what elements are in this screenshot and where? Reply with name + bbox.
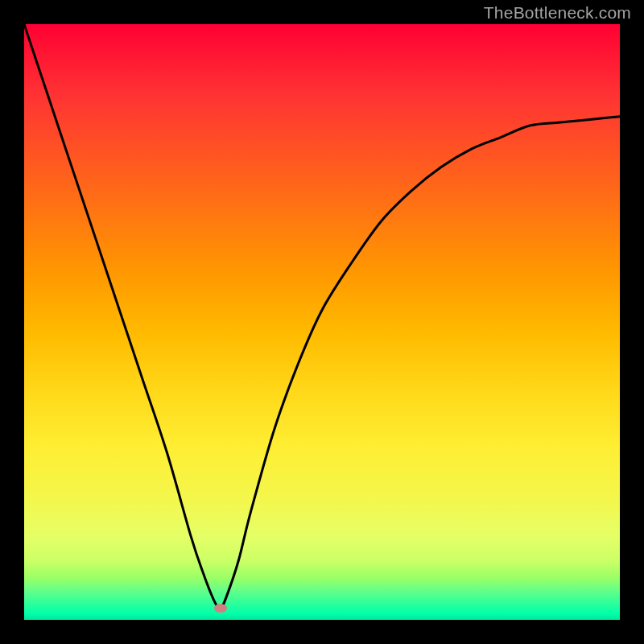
curve-path <box>24 24 620 609</box>
plot-area <box>24 24 620 620</box>
watermark-text: TheBottleneck.com <box>484 3 631 23</box>
chart-frame: TheBottleneck.com <box>0 0 644 644</box>
bottleneck-curve <box>24 24 620 620</box>
